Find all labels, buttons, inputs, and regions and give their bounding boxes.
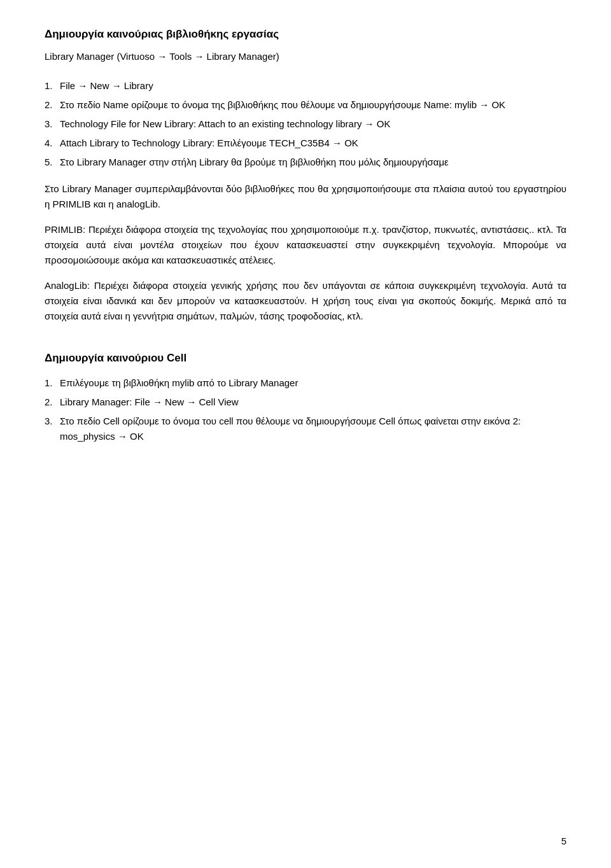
list-item: 1. Επιλέγουμε τη βιβλιοθήκη mylib από το…	[45, 375, 566, 391]
list-item: 3. Στο πεδίο Cell ορίζουμε το όνομα του …	[45, 414, 566, 444]
list-text: File → New → Library	[60, 78, 153, 94]
list-item: 2. Στο πεδίο Name ορίζουμε το όνομα της …	[45, 97, 566, 113]
list-item: 4. Attach Library to Technology Library:…	[45, 136, 566, 151]
list-text: Επιλέγουμε τη βιβλιοθήκη mylib από το Li…	[60, 375, 298, 391]
section2-heading: Δημιουργία καινούριου Cell	[45, 349, 566, 367]
list-text: Στο πεδίο Cell ορίζουμε το όνομα του cel…	[60, 414, 566, 444]
list-item: 5. Στο Library Manager στην στήλη Librar…	[45, 155, 566, 170]
paragraph-primlib: PRIMLIB: Περιέχει διάφορα στοιχεία της τ…	[45, 222, 566, 268]
list-text: Στο Library Manager στην στήλη Library θ…	[60, 155, 449, 170]
list-number: 1.	[45, 375, 56, 391]
list-item: 2. Library Manager: File → New → Cell Vi…	[45, 395, 566, 410]
list-number: 5.	[45, 155, 56, 170]
paragraph-primlib-intro: Στο Library Manager συμπεριλαμβάνονται δ…	[45, 181, 566, 212]
list-number: 3.	[45, 414, 56, 444]
list-number: 1.	[45, 78, 56, 94]
page-number: 5	[561, 834, 566, 849]
list-item: 1. File → New → Library	[45, 78, 566, 94]
subtitle: Library Manager (Virtuoso → Tools → Libr…	[45, 49, 566, 64]
list-text: Technology File for New Library: Attach …	[60, 116, 390, 132]
steps2-list: 1. Επιλέγουμε τη βιβλιοθήκη mylib από το…	[45, 375, 566, 444]
list-number: 2.	[45, 395, 56, 410]
list-number: 2.	[45, 97, 56, 113]
paragraph-analoglib: AnalogLib: Περιέχει διάφορα στοιχεία γεν…	[45, 278, 566, 324]
list-text: Attach Library to Technology Library: Επ…	[60, 136, 358, 151]
list-number: 3.	[45, 116, 56, 132]
steps-list: 1. File → New → Library 2. Στο πεδίο Nam…	[45, 78, 566, 170]
list-text: Στο πεδίο Name ορίζουμε το όνομα της βιβ…	[60, 97, 505, 113]
list-item: 3. Technology File for New Library: Atta…	[45, 116, 566, 132]
list-text: Library Manager: File → New → Cell View	[60, 395, 239, 410]
list-number: 4.	[45, 136, 56, 151]
main-heading: Δημιουργία καινούριας βιβλιοθήκης εργασί…	[45, 25, 566, 43]
